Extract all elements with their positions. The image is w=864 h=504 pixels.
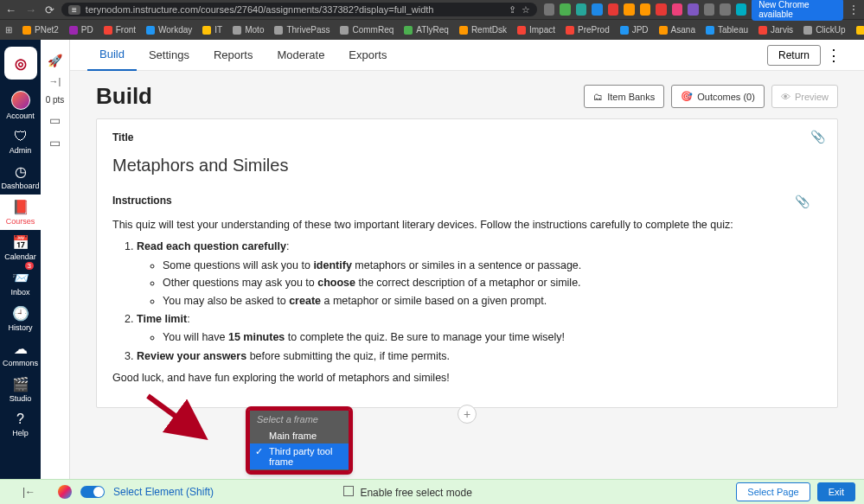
nav-studio[interactable]: 🎬 Studio [0,372,41,407]
ext-icon[interactable] [608,3,618,16]
tab-exports[interactable]: Exports [336,40,399,71]
share-icon[interactable]: ⇪ [509,4,516,16]
global-nav: ◎ Account 🛡 Admin ◷ Dashboard 📕 Courses … [0,40,41,479]
tab-build[interactable]: Build [87,40,137,71]
ext-icon[interactable] [688,3,698,16]
nav-inbox[interactable]: 📨 Inbox [0,265,41,301]
ext-icon[interactable] [560,3,570,16]
ext-icon[interactable] [704,3,714,16]
nav-account[interactable]: Account [0,86,41,124]
paperclip-icon[interactable]: 📎 [795,195,810,208]
target-icon: 🎯 [681,91,693,102]
eye-icon: 👁 [781,92,790,102]
bookmark-item[interactable]: Moto [233,25,264,35]
avatar [11,91,30,110]
frame-option-third-party[interactable]: Third party tool frame [250,443,349,469]
bookmark-item[interactable]: IT [202,25,222,35]
bookmark-item[interactable]: PD [69,25,93,35]
instructions-label: Instructions [112,195,172,207]
nav-admin[interactable]: 🛡 Admin [0,124,41,159]
bookmark-item[interactable]: ThrivePass [274,25,330,35]
ext-icon[interactable] [720,3,730,16]
dropdown-placeholder: Select a frame [250,411,349,428]
bookmark-item[interactable]: RemtDsk [459,25,507,35]
tab-settings[interactable]: Settings [137,40,202,71]
shield-icon: 🛡 [14,129,28,144]
card-icon[interactable]: ▭ [49,136,61,150]
return-button[interactable]: Return [767,45,821,66]
select-element-toggle[interactable] [80,486,105,498]
clock-icon: 🕘 [12,305,29,322]
apps-icon[interactable]: ⊞ [5,25,12,35]
chrome-menu-icon[interactable]: ⋮ [848,3,859,16]
item-banks-button[interactable]: 🗂 Item Banks [584,85,664,108]
gauge-icon: ◷ [15,163,27,180]
outcomes-button[interactable]: 🎯 Outcomes (0) [671,85,765,108]
rocket-icon[interactable]: 🚀 [48,54,62,67]
bookmark-item[interactable]: Tableau [706,25,748,35]
bookmark-item[interactable]: Workday [146,25,192,35]
nav-commons[interactable]: ☁ Commons [0,336,41,372]
back-icon[interactable]: ← [5,3,16,16]
doc-icon[interactable]: ▭ [49,113,61,127]
sidebar-collapse-icon[interactable]: |← [9,486,49,498]
select-page-button[interactable]: Select Page [736,482,810,501]
nav-dashboard[interactable]: ◷ Dashboard [0,159,41,195]
forward-icon[interactable]: → [25,3,36,16]
bookmark-item[interactable]: Impact [517,25,555,35]
bookmark-item[interactable]: ClickUp [803,25,845,35]
main-content: Build Settings Reports Moderate Exports … [70,40,864,479]
checkbox-icon[interactable] [343,486,354,496]
bookmark-item[interactable]: Asana [659,25,695,35]
nav-help[interactable]: ? Help [0,407,41,442]
add-item-button[interactable]: + [458,405,477,424]
ext-icon[interactable] [672,3,682,16]
ext-icon[interactable] [576,3,586,16]
paperclip-icon[interactable]: 📎 [810,130,825,144]
site-chip: ≡ [68,5,80,15]
bookmark-item[interactable]: ATlyReq [404,25,449,35]
bookmark-item[interactable]: Loading Dock [856,25,864,35]
ext-icon[interactable] [656,3,666,16]
school-logo[interactable]: ◎ [4,47,37,80]
inspector-bar: |← Select Element (Shift) Enable free se… [0,479,864,504]
quiz-tabs: Build Settings Reports Moderate Exports … [70,40,864,71]
quiz-title: Metaphors and Similes [112,156,822,175]
more-menu-icon[interactable]: ⋮ [821,46,847,65]
bookmark-item[interactable]: PNet2 [22,25,59,35]
inspector-logo-icon [58,485,72,499]
bookmark-item[interactable]: JPD [620,25,649,35]
update-chrome-pill[interactable]: New Chrome available [752,0,843,21]
ext-icon[interactable] [592,3,602,16]
quiz-header-card[interactable]: 📎 Title Metaphors and Similes Instructio… [96,118,838,408]
ext-icon[interactable] [736,3,746,16]
url-bar[interactable]: ≡ terynodom.instructure.com/courses/2764… [61,3,537,16]
secondary-rail: 🚀 →| 0 pts ▭ ▭ [41,40,70,479]
star-icon[interactable]: ☆ [522,4,530,16]
exit-button[interactable]: Exit [817,482,855,501]
tab-moderate[interactable]: Moderate [265,40,336,71]
points-label: 0 pts [46,95,65,105]
bookmark-item[interactable]: CommReq [340,25,394,35]
free-select-option[interactable]: Enable free select mode [343,486,472,499]
bookmark-item[interactable]: Jarvis [758,25,793,35]
nav-courses[interactable]: 📕 Courses [0,195,41,230]
select-element-label: Select Element (Shift) [113,486,214,498]
ext-icon[interactable] [624,3,634,16]
collapse-icon[interactable]: →| [49,76,61,86]
ext-icon[interactable] [640,3,650,16]
commons-icon: ☁ [14,341,28,357]
bookmark-item[interactable]: PreProd [566,25,610,35]
ext-icon[interactable] [544,3,554,16]
preview-button[interactable]: 👁 Preview [771,85,838,108]
nav-calendar[interactable]: 📅 Calendar [0,230,41,265]
help-icon: ? [16,411,24,427]
tab-reports[interactable]: Reports [202,40,266,71]
url-text: terynodom.instructure.com/courses/27640/… [86,4,434,15]
studio-icon: 🎬 [12,376,29,392]
nav-history[interactable]: 🕘 History [0,301,41,336]
reload-icon[interactable]: ⟳ [45,3,54,16]
bookmark-item[interactable]: Front [104,25,136,35]
frame-option-main[interactable]: Main frame [250,428,349,443]
bookmarks-bar: ⊞ PNet2 PD Front Workday IT Moto ThriveP… [0,19,864,40]
